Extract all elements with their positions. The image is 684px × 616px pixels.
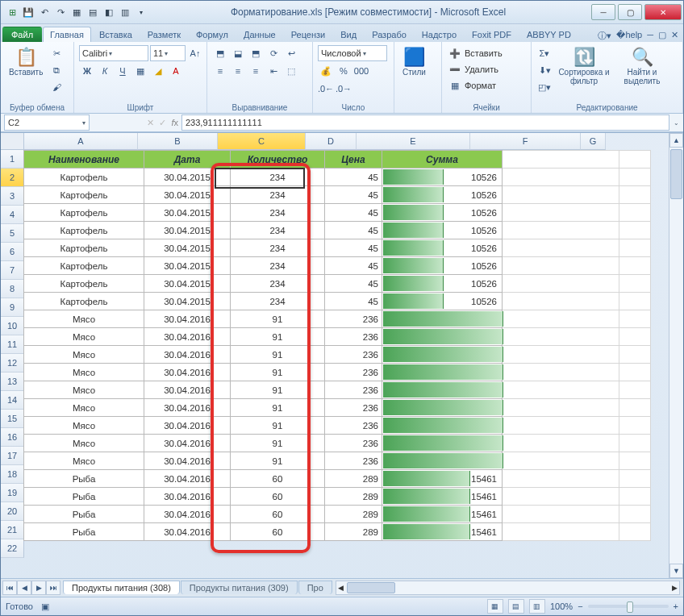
page-break-view-icon[interactable]: ▥	[529, 599, 545, 614]
cell[interactable]: 30.04.2016	[144, 381, 231, 399]
cell[interactable]: 236	[325, 399, 382, 417]
cells-delete-button[interactable]: ➖Удалить	[447, 61, 498, 77]
inc-decimal-icon[interactable]: .0←	[318, 81, 334, 97]
tab-layout[interactable]: Разметк	[140, 27, 188, 42]
horizontal-scrollbar[interactable]: ◀ ▶	[336, 581, 680, 595]
cell[interactable]: 289	[325, 523, 382, 541]
cell[interactable]: 15461	[382, 523, 503, 541]
row-header[interactable]: 18	[1, 465, 24, 484]
col-header-G[interactable]: G	[581, 133, 606, 150]
cell[interactable]: 21546	[382, 435, 503, 452]
cell[interactable]: 10526	[382, 204, 503, 222]
row-header[interactable]: 16	[1, 428, 24, 447]
table-header-cell[interactable]: Сумма	[382, 151, 503, 169]
row-header[interactable]: 20	[1, 502, 24, 521]
cell[interactable]: Мясо	[24, 346, 144, 364]
cell[interactable]: 60	[231, 470, 325, 488]
row-header[interactable]: 8	[1, 280, 24, 298]
cut-icon[interactable]: ✂	[48, 45, 65, 61]
cell[interactable]: 15461	[382, 506, 503, 523]
fill-icon[interactable]: ⬇▾	[536, 62, 553, 78]
find-select-button[interactable]: 🔍 Найти и выделить	[615, 45, 669, 88]
clear-icon[interactable]: ◰▾	[536, 79, 553, 95]
cell[interactable]: Рыба	[24, 506, 144, 523]
cell[interactable]: 21546	[382, 310, 503, 328]
cell[interactable]: 45	[325, 257, 382, 275]
cell[interactable]: 30.04.2016	[144, 488, 231, 506]
cell[interactable]: 289	[325, 506, 382, 523]
redo-icon[interactable]: ↷	[54, 6, 67, 19]
cell[interactable]: 30.04.2015	[144, 257, 231, 275]
row-header[interactable]: 6	[1, 243, 24, 261]
cell[interactable]: 234	[231, 186, 325, 204]
scroll-up-icon[interactable]: ▲	[669, 133, 683, 148]
copy-icon[interactable]: ⧉	[48, 62, 65, 78]
help-icon[interactable]: �help	[616, 30, 642, 42]
close-button[interactable]: ✕	[644, 4, 682, 20]
cell[interactable]: 234	[231, 204, 325, 222]
qat-icon[interactable]: ▤	[86, 6, 99, 19]
cell[interactable]: 30.04.2016	[144, 364, 231, 381]
align-top-icon[interactable]: ⬒	[212, 45, 228, 61]
cell[interactable]: 30.04.2016	[144, 399, 231, 417]
tab-foxit[interactable]: Foxit PDF	[465, 27, 519, 42]
cell[interactable]: 236	[325, 381, 382, 399]
cell[interactable]: 236	[325, 364, 382, 381]
row-header[interactable]: 3	[1, 187, 24, 206]
align-left-icon[interactable]: ≡	[212, 63, 228, 79]
tab-formulas[interactable]: Формул	[189, 27, 236, 42]
hscroll-thumb[interactable]	[347, 582, 395, 593]
tab-file[interactable]: Файл	[2, 27, 42, 42]
cell[interactable]: 30.04.2016	[144, 452, 231, 470]
row-header[interactable]: 19	[1, 484, 24, 502]
cell[interactable]: 30.04.2015	[144, 222, 231, 239]
cell[interactable]: 21546	[382, 452, 503, 470]
cell[interactable]: 10526	[382, 222, 503, 239]
cell[interactable]: Картофель	[24, 169, 144, 186]
cell[interactable]: 10526	[382, 257, 503, 275]
cell[interactable]: 30.04.2016	[144, 506, 231, 523]
zoom-out-icon[interactable]: −	[578, 601, 582, 611]
cell[interactable]: 21546	[382, 364, 503, 381]
fx-expand-icon[interactable]: ⌄	[669, 119, 683, 127]
sheet-tab-active[interactable]: Продукты питания (308)	[63, 581, 180, 594]
qat-icon[interactable]: ▥	[119, 6, 131, 19]
save-icon[interactable]: 💾	[22, 6, 35, 19]
row-header[interactable]: 2	[1, 169, 24, 187]
cell[interactable]: 30.04.2016	[144, 328, 231, 346]
cell[interactable]: 30.04.2016	[144, 346, 231, 364]
tab-home[interactable]: Главная	[43, 27, 91, 42]
row-header[interactable]: 21	[1, 521, 24, 539]
cell[interactable]: 234	[231, 222, 325, 239]
macro-icon[interactable]: ▣	[41, 601, 49, 612]
cell[interactable]: Картофель	[24, 293, 144, 310]
currency-icon[interactable]: 💰	[318, 63, 334, 79]
cell[interactable]: Рыба	[24, 470, 144, 488]
cell[interactable]: 91	[231, 346, 325, 364]
cell[interactable]: 289	[325, 488, 382, 506]
cell[interactable]: 30.04.2015	[144, 239, 231, 257]
vertical-scrollbar[interactable]: ▲ ▼	[669, 133, 683, 578]
sort-filter-button[interactable]: 🔃 Сортировка и фильтр	[555, 45, 613, 88]
grow-font-icon[interactable]: A↑	[187, 45, 203, 61]
sheet-tab[interactable]: Продукты питания (309)	[181, 581, 298, 594]
name-box[interactable]: C2▾	[4, 114, 90, 131]
cell[interactable]: 45	[325, 169, 382, 186]
font-color-icon[interactable]: A	[168, 63, 184, 79]
select-all-corner[interactable]	[1, 133, 24, 150]
cell[interactable]: 45	[325, 275, 382, 293]
percent-icon[interactable]: %	[336, 63, 352, 79]
cell[interactable]: 289	[325, 470, 382, 488]
row-header[interactable]: 22	[1, 539, 24, 558]
table-header-cell[interactable]: Количество	[231, 151, 325, 169]
styles-button[interactable]: 🟦 Стили	[399, 45, 429, 79]
cell[interactable]: Рыба	[24, 488, 144, 506]
row-header[interactable]: 1	[1, 150, 24, 169]
cell[interactable]: 91	[231, 381, 325, 399]
row-header[interactable]: 14	[1, 391, 24, 410]
cell[interactable]: 234	[231, 293, 325, 310]
cells-insert-button[interactable]: ➕Вставить	[447, 45, 503, 61]
cell[interactable]: Мясо	[24, 381, 144, 399]
tab-insert[interactable]: Вставка	[92, 27, 140, 42]
italic-icon[interactable]: К	[97, 63, 113, 79]
